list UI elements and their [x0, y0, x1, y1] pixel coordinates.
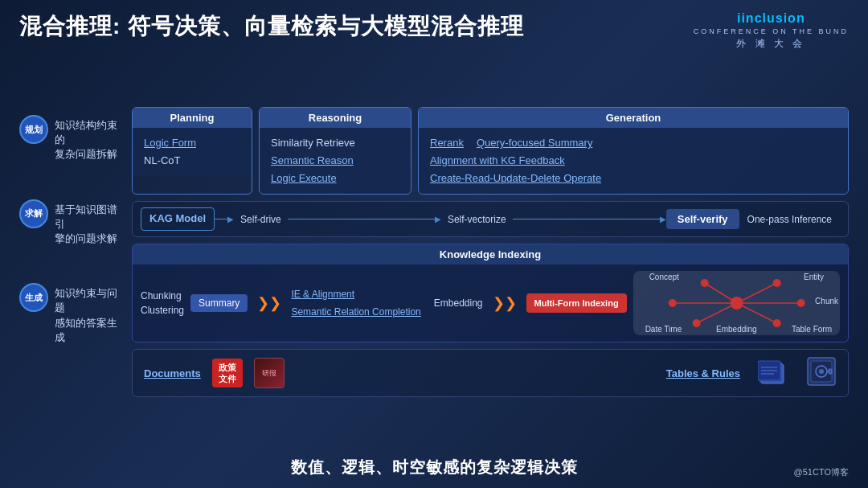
reasoning-body: Similarity Retrieve Semantic Reason Logi… — [260, 128, 411, 194]
main-content: 规划 知识结构约束的 复杂问题拆解 求解 基于知识图谱引 擎的问题求解 生成 知… — [19, 107, 849, 397]
generation-row1: Rerank Query-focused Summary — [430, 134, 837, 152]
diagram-area: Planning Logic Form NL-CoT Reasoning Sim… — [132, 107, 849, 397]
planning-body: Logic Form NL-CoT — [133, 128, 252, 176]
policy-badge: 政策文件 — [212, 359, 243, 388]
arrow2-head: ▶ — [435, 215, 441, 223]
logic-form-link: Logic Form — [144, 134, 240, 152]
clustering-text: Clustering — [141, 305, 184, 316]
logo-chinese: 外 滩 大 会 — [736, 37, 805, 51]
double-arrow-1: ❯❯ — [257, 294, 281, 312]
generation-header: Generation — [419, 108, 848, 128]
semantic-relation-link: Semantic Relation Completion — [291, 304, 420, 320]
chunking-text: Chunking — [141, 290, 184, 301]
concept-label: Concept — [649, 273, 679, 281]
sidebar-badge-generation: 生成 — [19, 283, 48, 312]
double-arrow-2: ❯❯ — [493, 294, 517, 312]
ie-alignment-link: IE & Alignment — [291, 286, 420, 302]
documents-row: Documents 政策文件 研报 Tables & Rules — [132, 349, 849, 397]
planning-column: Planning Logic Form NL-CoT — [132, 107, 252, 195]
one-pass-text: One-pass Inference — [747, 214, 832, 225]
sidebar-item-solving: 求解 基于知识图谱引 擎的问题求解 — [19, 199, 124, 247]
bottom-bar: 数值、逻辑、时空敏感的复杂逻辑决策 — [0, 457, 868, 478]
svg-line-4 — [696, 303, 736, 323]
sidebar-badge-planning: 规划 — [19, 115, 48, 144]
alignment-link: Alignment with KG Feedback — [430, 152, 837, 170]
similarity-retrieve-text: Similarity Retrieve — [271, 134, 399, 152]
sidebar-text-solving: 基于知识图谱引 擎的问题求解 — [55, 199, 124, 247]
logo-sub: CONFERENCE ON THE BUND — [694, 27, 849, 35]
query-focused-link: Query-focused Summary — [477, 134, 593, 152]
arrow3-head: ▶ — [660, 215, 666, 223]
kag-model-box: KAG Model — [141, 207, 215, 231]
sidebar-text-generation: 知识约束与问题 感知的答案生成 — [55, 283, 124, 345]
knowledge-indexing-section: Knowledge Indexing Chunking Clustering S… — [132, 244, 849, 342]
ki-left-items: Chunking Clustering — [141, 290, 184, 316]
sidebar-item-generation: 生成 知识约束与问题 感知的答案生成 — [19, 283, 124, 345]
logo-text: inclusion — [741, 11, 805, 25]
svg-line-3 — [736, 303, 776, 323]
sidebar: 规划 知识结构约束的 复杂问题拆解 求解 基于知识图谱引 擎的问题求解 生成 知… — [19, 115, 124, 397]
entity-label: Entity — [804, 273, 824, 281]
documents-label: Documents — [144, 367, 201, 379]
table-icon-2 — [806, 356, 837, 390]
arrow3 — [513, 219, 660, 220]
tables-rules-label: Tables & Rules — [666, 367, 740, 379]
ki-body: Chunking Clustering Summary ❯❯ IE & Alig… — [133, 265, 848, 342]
svg-point-11 — [692, 319, 700, 327]
embedding-text: Embedding — [434, 297, 483, 309]
ki-header: Knowledge Indexing — [133, 244, 848, 265]
logic-execute-link: Logic Execute — [271, 170, 399, 187]
ie-block: IE & Alignment Semantic Relation Complet… — [291, 286, 420, 321]
nl-cot-text: NL-CoT — [144, 152, 240, 170]
svg-point-8 — [772, 279, 780, 287]
arrow1-head: ▶ — [227, 215, 234, 223]
semantic-reason-link: Semantic Reason — [271, 152, 399, 170]
svg-point-10 — [772, 319, 780, 327]
watermark: @51CTO博客 — [794, 466, 849, 478]
svg-point-6 — [730, 297, 743, 310]
tableform-label: Table Form — [792, 325, 832, 334]
sidebar-badge-solving: 求解 — [19, 199, 48, 228]
reasoning-column: Reasoning Similarity Retrieve Semantic R… — [259, 107, 411, 195]
svg-point-22 — [819, 369, 824, 374]
table-icon-1 — [758, 358, 790, 388]
stacked-pages-icon — [758, 358, 790, 388]
arrow2 — [288, 219, 435, 220]
svg-point-12 — [668, 299, 676, 307]
reasoning-header: Reasoning — [260, 108, 411, 128]
top-columns: Planning Logic Form NL-CoT Reasoning Sim… — [132, 107, 849, 195]
top-bar: 混合推理: 符号决策、向量检索与大模型混合推理 iinclusion CONFE… — [0, 0, 868, 59]
svg-rect-24 — [829, 369, 832, 374]
svg-line-1 — [736, 283, 776, 303]
main-title: 混合推理: 符号决策、向量检索与大模型混合推理 — [19, 11, 524, 42]
self-drive-label: Self-drive — [240, 214, 281, 225]
rerank-link: Rerank — [430, 134, 464, 152]
chunk-label: Chunk — [815, 297, 838, 306]
sidebar-item-planning: 规划 知识结构约束的 复杂问题拆解 — [19, 115, 124, 162]
sidebar-text-planning: 知识结构约束的 复杂问题拆解 — [55, 115, 124, 162]
embedding-label: Embedding — [716, 325, 757, 334]
safe-icon — [806, 356, 837, 387]
self-vectorize-label: Self-vectorize — [448, 214, 506, 225]
graph-area: Concept Entity Chunk Date Time Table For… — [633, 271, 840, 335]
logo-brand: iinclusion — [737, 11, 805, 26]
kag-row: KAG Model ▶ Self-drive ▶ Self-vectorize … — [132, 201, 849, 237]
bottom-text: 数值、逻辑、时空敏感的复杂逻辑决策 — [291, 458, 578, 476]
arrow1 — [215, 219, 227, 220]
svg-point-7 — [700, 279, 708, 287]
logo-area: iinclusion CONFERENCE ON THE BUND 外 滩 大 … — [694, 11, 849, 51]
planning-header: Planning — [133, 108, 252, 128]
generation-column: Generation Rerank Query-focused Summary … — [418, 107, 849, 195]
crud-link: Create-Read-Update-Delete Operate — [430, 170, 837, 187]
self-verify-block: Self-verify — [666, 209, 739, 229]
datetime-label: Date Time — [645, 325, 682, 334]
ki-summary-box: Summary — [190, 294, 248, 312]
multi-form-indexing-box: Multi-Form Indexing — [526, 293, 627, 313]
svg-point-9 — [796, 299, 805, 307]
generation-body: Rerank Query-focused Summary Alignment w… — [419, 128, 848, 194]
research-report-badge: 研报 — [254, 358, 285, 388]
